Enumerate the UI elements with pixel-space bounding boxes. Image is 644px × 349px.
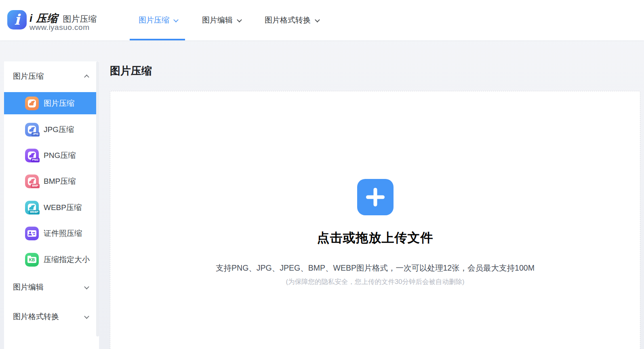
png-compress-icon: PNG [25, 149, 39, 162]
sidebar-item-png-compress[interactable]: PNG PNG压缩 [4, 144, 99, 166]
sidebar-item-label: 图片压缩 [44, 98, 74, 109]
nav-item-image-compress[interactable]: 图片压缩 [139, 0, 178, 40]
sidebar-scrollbar[interactable] [96, 61, 99, 336]
upload-privacy-text: (为保障您的隐私安全，您上传的文件30分钟后会被自动删除) [110, 278, 640, 286]
nav-item-image-edit[interactable]: 图片编辑 [202, 0, 241, 40]
sidebar-section-image-edit[interactable]: 图片编辑 [4, 279, 99, 295]
sidebar-item-compress-to-size[interactable]: KB 压缩指定大小 [4, 248, 99, 271]
sidebar-item-jpg-compress[interactable]: JPG JPG压缩 [4, 118, 99, 141]
page-title: 图片压缩 [110, 64, 152, 78]
chevron-down-icon [315, 17, 320, 22]
chevron-down-icon [173, 17, 179, 22]
page: i i 压缩图片压缩 www.iyasuo.com 图片压缩 图片编辑 图片格式… [0, 0, 644, 349]
sidebar-item-label: BMP压缩 [44, 176, 76, 187]
sidebar-item-label: JPG压缩 [44, 124, 74, 135]
sidebar: 图片压缩 图片压缩 JPG JPG压缩 PNG PNG压缩 [4, 61, 99, 349]
brand-logo[interactable]: i [7, 10, 27, 29]
kb-folder-icon: KB [25, 253, 39, 267]
jpg-compress-icon: JPG [25, 123, 39, 137]
sidebar-item-label: 证件照压缩 [44, 228, 82, 239]
top-header: i i 压缩图片压缩 www.iyasuo.com 图片压缩 图片编辑 图片格式… [0, 0, 644, 40]
logo-i-icon: i [14, 12, 20, 27]
sidebar-item-image-compress[interactable]: 图片压缩 [4, 92, 99, 114]
section-label: 图片编辑 [13, 282, 44, 292]
upload-heading: 点击或拖放上传文件 [110, 229, 640, 246]
sidebar-item-webp-compress[interactable]: WEBP WEBP压缩 [4, 196, 99, 219]
sidebar-item-label: 压缩指定大小 [44, 254, 90, 265]
nav-item-format-convert[interactable]: 图片格式转换 [265, 0, 319, 40]
upload-dropzone[interactable]: 点击或拖放上传文件 支持PNG、JPG、JPEG、BMP、WEBP图片格式，一次… [110, 91, 640, 349]
bmp-compress-icon: BMP [25, 174, 39, 188]
brand-url: www.iyasuo.com [29, 23, 90, 32]
plus-icon[interactable] [357, 179, 394, 215]
image-compress-icon [25, 97, 39, 110]
active-nav-underline [130, 39, 185, 40]
sidebar-item-id-photo-compress[interactable]: 证件照压缩 [4, 222, 99, 244]
nav-item-label: 图片格式转换 [265, 15, 311, 25]
chevron-down-icon [84, 284, 89, 289]
chevron-up-icon [84, 74, 89, 80]
sidebar-section-format-convert[interactable]: 图片格式转换 [4, 309, 99, 325]
chevron-down-icon [237, 17, 242, 22]
brand-subtitle: 图片压缩 [63, 14, 97, 23]
id-photo-icon [25, 227, 39, 240]
section-label: 图片压缩 [13, 71, 44, 82]
nav-item-label: 图片编辑 [202, 15, 233, 25]
section-label: 图片格式转换 [13, 311, 59, 322]
upload-support-text: 支持PNG、JPG、JPEG、BMP、WEBP图片格式，一次可以处理12张，会员… [110, 263, 640, 273]
webp-compress-icon: WEBP [25, 201, 39, 214]
nav-item-label: 图片压缩 [139, 15, 169, 25]
sidebar-item-label: PNG压缩 [44, 150, 76, 161]
sidebar-item-bmp-compress[interactable]: BMP BMP压缩 [4, 170, 99, 192]
brand-name: i 压缩 [29, 12, 58, 24]
chevron-down-icon [84, 313, 89, 319]
sidebar-section-image-compress[interactable]: 图片压缩 [4, 68, 99, 84]
sidebar-item-label: WEBP压缩 [44, 202, 82, 213]
